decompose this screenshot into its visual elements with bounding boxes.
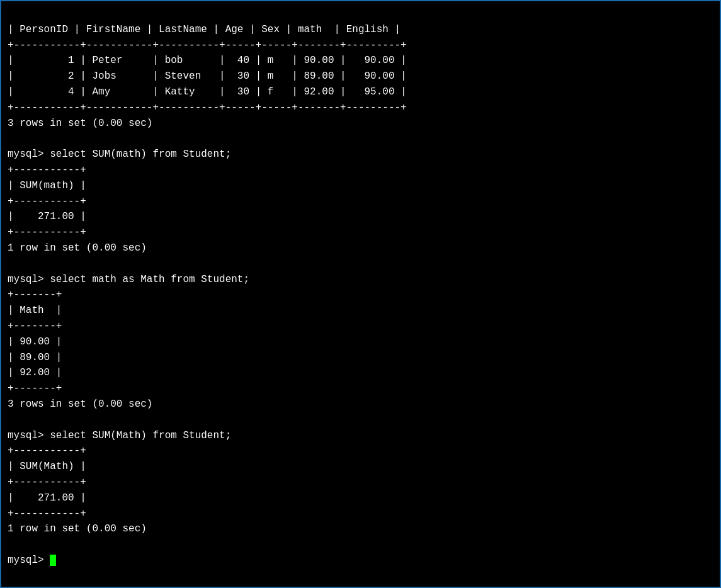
sum-math-table-top: +-----------+ — [8, 445, 86, 456]
sum-table-divider: +-----------+ — [8, 196, 86, 207]
result-count-3: 3 rows in set (0.00 sec) — [8, 399, 152, 410]
table-row: | 4 | Amy | Katty | 30 | f | 92.00 | 95.… — [8, 86, 407, 98]
math-table-header: | Math | — [8, 305, 62, 316]
math-table-bottom: +-------+ — [8, 383, 62, 394]
sum-table-header: | SUM(math) | — [8, 180, 86, 191]
sum-math-table-bottom: +-----------+ — [8, 508, 86, 519]
sum-table-value: | 271.00 | — [8, 211, 86, 222]
math-table-divider: +-------+ — [8, 320, 62, 332]
math-row-1: | 90.00 | — [8, 336, 62, 348]
cursor — [50, 555, 56, 566]
command-sum-math: mysql> select SUM(math) from Student; — [8, 149, 231, 160]
sum-table-bottom: +-----------+ — [8, 227, 86, 238]
result-count-1: 3 rows in set (0.00 sec) — [8, 118, 152, 129]
result-count-2: 1 row in set (0.00 sec) — [8, 242, 147, 254]
table-row: | 2 | Jobs | Steven | 30 | m | 89.00 | 9… — [8, 71, 407, 82]
table-divider-bottom: +-----------+-----------+----------+----… — [8, 102, 407, 113]
math-table-top: +-------+ — [8, 289, 62, 300]
sum-math-table-value: | 271.00 | — [8, 492, 86, 504]
sum-table-top: +-----------+ — [8, 164, 86, 176]
math-row-3: | 92.00 | — [8, 367, 62, 378]
command-math-alias: mysql> select math as Math from Student; — [8, 274, 249, 285]
command-sum-math-alias: mysql> select SUM(Math) from Student; — [8, 430, 231, 441]
sum-math-table-divider: +-----------+ — [8, 477, 86, 488]
math-row-2: | 89.00 | — [8, 352, 62, 363]
result-count-4: 1 row in set (0.00 sec) — [8, 523, 147, 534]
table-divider-top: +-----------+-----------+----------+----… — [8, 40, 407, 51]
table-header-line: | PersonID | FirstName | LastName | Age … — [8, 24, 400, 35]
prompt-line[interactable]: mysql> — [8, 555, 56, 566]
sum-math-table-header: | SUM(Math) | — [8, 461, 86, 472]
table-row: | 1 | Peter | bob | 40 | m | 90.00 | 90.… — [8, 55, 407, 66]
terminal-window[interactable]: | PersonID | FirstName | LastName | Age … — [4, 4, 717, 571]
